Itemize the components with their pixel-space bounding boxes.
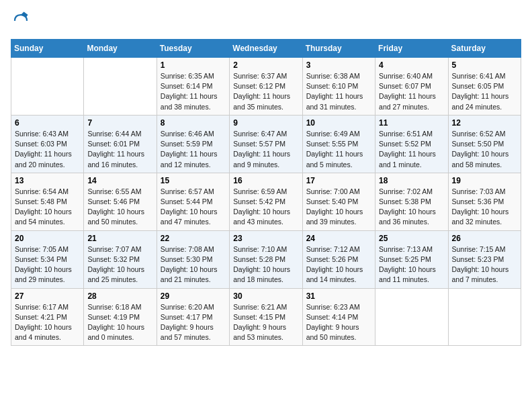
day-header-friday: Friday	[375, 40, 448, 58]
day-info: Sunrise: 6:59 AMSunset: 5:42 PMDaylight:…	[233, 187, 298, 228]
day-info: Sunrise: 6:40 AMSunset: 6:07 PMDaylight:…	[379, 71, 444, 112]
calendar-cell: 9Sunrise: 6:47 AMSunset: 5:57 PMDaylight…	[230, 115, 302, 173]
calendar-cell: 27Sunrise: 6:17 AMSunset: 4:21 PMDayligh…	[11, 288, 84, 346]
day-info: Sunrise: 6:51 AMSunset: 5:52 PMDaylight:…	[379, 129, 444, 170]
day-number: 7	[87, 118, 152, 128]
calendar-cell: 20Sunrise: 7:05 AMSunset: 5:34 PMDayligh…	[11, 230, 84, 288]
day-number: 15	[161, 176, 226, 185]
day-info: Sunrise: 6:21 AMSunset: 4:15 PMDaylight:…	[233, 302, 298, 343]
day-header-monday: Monday	[84, 40, 157, 58]
days-header-row: SundayMondayTuesdayWednesdayThursdayFrid…	[11, 40, 521, 58]
calendar-table: SundayMondayTuesdayWednesdayThursdayFrid…	[11, 39, 521, 346]
calendar-cell: 7Sunrise: 6:44 AMSunset: 6:01 PMDaylight…	[84, 115, 157, 173]
day-info: Sunrise: 7:02 AMSunset: 5:38 PMDaylight:…	[379, 187, 444, 228]
day-info: Sunrise: 7:12 AMSunset: 5:26 PMDaylight:…	[306, 244, 371, 285]
day-info: Sunrise: 6:18 AMSunset: 4:19 PMDaylight:…	[87, 302, 152, 343]
day-info: Sunrise: 6:54 AMSunset: 5:48 PMDaylight:…	[15, 187, 80, 228]
day-info: Sunrise: 6:37 AMSunset: 6:12 PMDaylight:…	[233, 71, 298, 112]
week-row-2: 6Sunrise: 6:43 AMSunset: 6:03 PMDaylight…	[11, 115, 521, 173]
day-number: 29	[161, 291, 226, 301]
calendar-cell: 1Sunrise: 6:35 AMSunset: 6:14 PMDaylight…	[157, 58, 229, 116]
day-number: 6	[15, 118, 80, 128]
day-info: Sunrise: 6:49 AMSunset: 5:55 PMDaylight:…	[306, 129, 371, 170]
day-number: 10	[306, 118, 371, 128]
day-number: 14	[87, 176, 152, 185]
day-number: 31	[306, 291, 371, 301]
day-number: 24	[306, 234, 371, 243]
day-info: Sunrise: 7:05 AMSunset: 5:34 PMDaylight:…	[15, 244, 80, 285]
day-info: Sunrise: 6:57 AMSunset: 5:44 PMDaylight:…	[161, 187, 226, 228]
day-number: 22	[161, 234, 226, 243]
day-info: Sunrise: 7:00 AMSunset: 5:40 PMDaylight:…	[306, 187, 371, 228]
calendar-cell: 26Sunrise: 7:15 AMSunset: 5:23 PMDayligh…	[448, 230, 521, 288]
calendar-cell	[11, 58, 84, 116]
day-number: 28	[87, 291, 152, 301]
day-info: Sunrise: 6:46 AMSunset: 5:59 PMDaylight:…	[161, 129, 226, 170]
day-info: Sunrise: 6:47 AMSunset: 5:57 PMDaylight:…	[233, 129, 298, 170]
day-number: 5	[452, 60, 517, 70]
day-header-thursday: Thursday	[302, 40, 375, 58]
calendar-cell: 17Sunrise: 7:00 AMSunset: 5:40 PMDayligh…	[302, 173, 375, 230]
day-number: 26	[452, 234, 517, 243]
calendar-cell	[448, 288, 521, 346]
calendar-cell: 31Sunrise: 6:23 AMSunset: 4:14 PMDayligh…	[302, 288, 375, 346]
day-info: Sunrise: 7:13 AMSunset: 5:25 PMDaylight:…	[379, 244, 444, 285]
day-header-sunday: Sunday	[11, 40, 84, 58]
calendar-cell: 21Sunrise: 7:07 AMSunset: 5:32 PMDayligh…	[84, 230, 157, 288]
calendar-cell: 30Sunrise: 6:21 AMSunset: 4:15 PMDayligh…	[230, 288, 302, 346]
day-header-wednesday: Wednesday	[230, 40, 302, 58]
day-number: 11	[379, 118, 444, 128]
calendar-cell: 6Sunrise: 6:43 AMSunset: 6:03 PMDaylight…	[11, 115, 84, 173]
calendar-cell: 16Sunrise: 6:59 AMSunset: 5:42 PMDayligh…	[230, 173, 302, 230]
logo-icon	[11, 11, 31, 31]
day-number: 3	[306, 60, 371, 70]
day-info: Sunrise: 6:20 AMSunset: 4:17 PMDaylight:…	[161, 302, 226, 343]
calendar-cell: 23Sunrise: 7:10 AMSunset: 5:28 PMDayligh…	[230, 230, 302, 288]
day-header-tuesday: Tuesday	[157, 40, 229, 58]
day-info: Sunrise: 6:35 AMSunset: 6:14 PMDaylight:…	[161, 71, 226, 112]
week-row-1: 1Sunrise: 6:35 AMSunset: 6:14 PMDaylight…	[11, 58, 521, 116]
day-info: Sunrise: 7:15 AMSunset: 5:23 PMDaylight:…	[452, 244, 517, 285]
day-number: 13	[15, 176, 80, 185]
calendar-cell: 11Sunrise: 6:51 AMSunset: 5:52 PMDayligh…	[375, 115, 448, 173]
day-number: 23	[233, 234, 298, 243]
day-info: Sunrise: 7:03 AMSunset: 5:36 PMDaylight:…	[452, 187, 517, 228]
calendar-cell: 18Sunrise: 7:02 AMSunset: 5:38 PMDayligh…	[375, 173, 448, 230]
calendar-cell: 3Sunrise: 6:38 AMSunset: 6:10 PMDaylight…	[302, 58, 375, 116]
day-number: 21	[87, 234, 152, 243]
day-number: 1	[161, 60, 226, 70]
logo	[11, 11, 34, 31]
calendar-cell: 25Sunrise: 7:13 AMSunset: 5:25 PMDayligh…	[375, 230, 448, 288]
day-info: Sunrise: 6:52 AMSunset: 5:50 PMDaylight:…	[452, 129, 517, 170]
week-row-3: 13Sunrise: 6:54 AMSunset: 5:48 PMDayligh…	[11, 173, 521, 230]
day-number: 20	[15, 234, 80, 243]
day-number: 30	[233, 291, 298, 301]
day-number: 8	[161, 118, 226, 128]
day-info: Sunrise: 6:38 AMSunset: 6:10 PMDaylight:…	[306, 71, 371, 112]
calendar-cell: 19Sunrise: 7:03 AMSunset: 5:36 PMDayligh…	[448, 173, 521, 230]
day-info: Sunrise: 6:23 AMSunset: 4:14 PMDaylight:…	[306, 302, 371, 343]
day-header-saturday: Saturday	[448, 40, 521, 58]
day-number: 25	[379, 234, 444, 243]
calendar-cell: 12Sunrise: 6:52 AMSunset: 5:50 PMDayligh…	[448, 115, 521, 173]
calendar-cell: 14Sunrise: 6:55 AMSunset: 5:46 PMDayligh…	[84, 173, 157, 230]
day-number: 12	[452, 118, 517, 128]
calendar-cell: 2Sunrise: 6:37 AMSunset: 6:12 PMDaylight…	[230, 58, 302, 116]
week-row-4: 20Sunrise: 7:05 AMSunset: 5:34 PMDayligh…	[11, 230, 521, 288]
day-number: 18	[379, 176, 444, 185]
calendar-cell: 15Sunrise: 6:57 AMSunset: 5:44 PMDayligh…	[157, 173, 229, 230]
day-number: 4	[379, 60, 444, 70]
day-number: 19	[452, 176, 517, 185]
day-number: 17	[306, 176, 371, 185]
day-number: 9	[233, 118, 298, 128]
day-number: 16	[233, 176, 298, 185]
day-info: Sunrise: 6:43 AMSunset: 6:03 PMDaylight:…	[15, 129, 80, 170]
calendar-cell: 28Sunrise: 6:18 AMSunset: 4:19 PMDayligh…	[84, 288, 157, 346]
calendar-cell: 4Sunrise: 6:40 AMSunset: 6:07 PMDaylight…	[375, 58, 448, 116]
calendar-cell: 5Sunrise: 6:41 AMSunset: 6:05 PMDaylight…	[448, 58, 521, 116]
calendar-cell: 24Sunrise: 7:12 AMSunset: 5:26 PMDayligh…	[302, 230, 375, 288]
day-info: Sunrise: 7:10 AMSunset: 5:28 PMDaylight:…	[233, 244, 298, 285]
day-info: Sunrise: 7:08 AMSunset: 5:30 PMDaylight:…	[161, 244, 226, 285]
day-info: Sunrise: 6:17 AMSunset: 4:21 PMDaylight:…	[15, 302, 80, 343]
day-info: Sunrise: 6:55 AMSunset: 5:46 PMDaylight:…	[87, 187, 152, 228]
